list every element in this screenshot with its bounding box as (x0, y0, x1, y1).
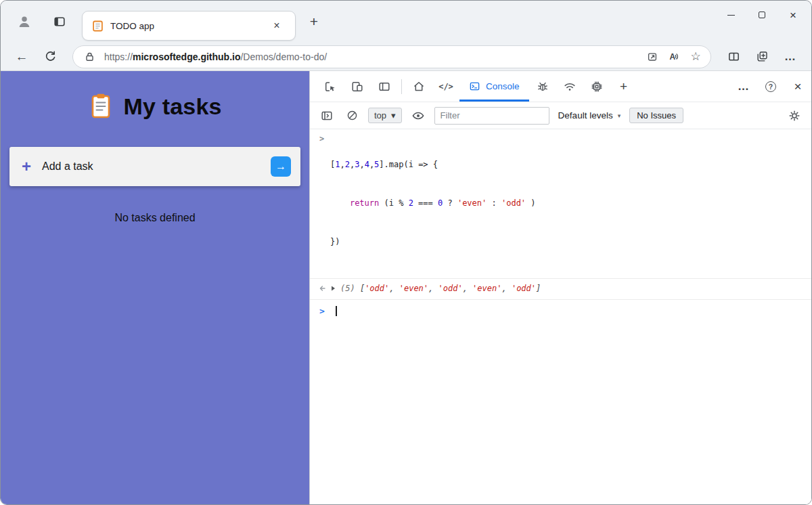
issues-counter-button[interactable]: No Issues (629, 108, 683, 123)
read-aloud-button[interactable]: A (663, 47, 685, 66)
clipboard-icon (88, 93, 114, 120)
live-expression-button[interactable] (409, 107, 427, 125)
prompt-chevron-icon: > (319, 305, 330, 317)
more-icon: … (784, 50, 796, 64)
url-path: /Demos/demo-to-do/ (240, 51, 327, 62)
window-controls: × (715, 1, 809, 29)
devtools-panel: </> Console (309, 71, 811, 504)
console-toolbar: top ▾ Default levels ▾ No Issues (310, 102, 811, 129)
more-icon: … (738, 80, 750, 93)
url-scheme: https:// (104, 51, 133, 62)
log-levels-dropdown[interactable]: Default levels ▾ (557, 108, 623, 123)
devtools-settings-button[interactable] (786, 107, 803, 125)
text-cursor (336, 306, 337, 316)
inspect-element-button[interactable] (317, 71, 344, 102)
devtools-tabbar: </> Console (310, 71, 811, 102)
close-icon: × (794, 79, 801, 94)
split-screen-button[interactable] (719, 45, 748, 68)
add-tool-button[interactable]: + (610, 71, 637, 102)
tab-network[interactable] (556, 71, 583, 102)
add-task-submit-button[interactable]: → (271, 156, 291, 177)
chevron-down-icon: ▾ (391, 110, 396, 120)
command-chevron-icon: > (319, 133, 330, 146)
help-icon: ? (765, 81, 776, 92)
console-input-row[interactable]: > (310, 300, 811, 322)
code-line: }) (330, 236, 536, 248)
tab-debugger[interactable] (529, 71, 556, 102)
result-value: (5) ['odd', 'even', 'odd', 'even', 'odd'… (340, 282, 541, 295)
close-icon: × (790, 9, 796, 21)
close-window-button[interactable]: × (777, 1, 809, 29)
tab-strip: TODO app × + × (1, 1, 811, 43)
tab-welcome[interactable] (405, 71, 432, 102)
code-line: return (i % 2 === 0 ? 'even' : 'odd' ) (330, 197, 536, 210)
clear-circle-slash-icon (346, 109, 359, 122)
add-task-label[interactable]: Add a task (42, 160, 260, 173)
device-emulation-icon (351, 80, 364, 93)
gear-icon (788, 109, 801, 123)
console-result-entry[interactable]: (5) ['odd', 'even', 'odd', 'even', 'odd'… (310, 279, 811, 300)
console-log-area[interactable]: > [1,2,3,4,5].map(i => { return (i % 2 =… (310, 129, 811, 504)
maximize-button[interactable] (746, 1, 777, 29)
chevron-down-icon: ▾ (618, 112, 621, 119)
split-screen-icon (727, 50, 740, 63)
expand-triangle-icon[interactable] (330, 285, 336, 292)
return-value-arrow-icon (318, 284, 326, 292)
workspaces-icon (53, 15, 66, 28)
browser-menu-button[interactable]: … (776, 45, 805, 68)
minimize-button[interactable] (715, 1, 746, 29)
console-sidebar-toggle[interactable] (318, 107, 336, 125)
open-in-app-icon (646, 51, 658, 63)
page-content: My tasks + Add a task → No tasks defined (1, 71, 811, 504)
url-host: microsoftedge.github.io (133, 51, 240, 62)
profile-avatar[interactable] (13, 10, 36, 33)
context-selector-dropdown[interactable]: top ▾ (368, 108, 402, 123)
clear-console-button[interactable] (343, 107, 361, 125)
workspaces-button[interactable] (48, 10, 71, 33)
favorites-button[interactable]: ☆ (685, 47, 706, 66)
new-tab-button[interactable]: + (302, 10, 325, 33)
address-bar[interactable]: https://microsoftedge.github.io/Demos/de… (72, 45, 711, 68)
console-command-entry[interactable]: > [1,2,3,4,5].map(i => { return (i % 2 =… (310, 129, 811, 279)
back-button[interactable]: ← (7, 45, 36, 68)
console-tab-label: Console (486, 81, 520, 91)
plus-icon: + (310, 14, 318, 30)
open-in-app-button[interactable] (641, 47, 663, 66)
bug-icon (536, 80, 549, 93)
home-icon (412, 80, 426, 93)
collections-icon (756, 50, 769, 63)
tab-memory[interactable] (583, 71, 610, 102)
browser-tab[interactable]: TODO app × (82, 11, 296, 41)
star-icon: ☆ (690, 49, 700, 64)
add-task-field[interactable]: + Add a task → (9, 147, 300, 186)
tab-elements[interactable]: </> (432, 71, 459, 102)
url-text[interactable]: https://microsoftedge.github.io/Demos/de… (104, 51, 641, 62)
person-icon (17, 14, 32, 29)
site-info-button[interactable] (80, 47, 99, 66)
wifi-icon (563, 80, 577, 93)
refresh-icon (44, 50, 57, 63)
elements-icon: </> (438, 82, 453, 91)
arrow-right-icon: → (275, 161, 286, 172)
devtools-more-button[interactable]: … (730, 71, 757, 102)
devtools-help-button[interactable]: ? (757, 71, 784, 102)
refresh-button[interactable] (36, 45, 64, 68)
device-emulation-button[interactable] (344, 71, 371, 102)
add-plus-icon: + (22, 158, 31, 175)
tab-console[interactable]: Console (459, 71, 529, 102)
back-arrow-icon: ← (16, 49, 28, 64)
page-title: My tasks (123, 93, 221, 120)
tab-title: TODO app (110, 21, 265, 31)
app-header: My tasks (1, 90, 309, 123)
panel-layout-button[interactable] (371, 71, 398, 102)
devtools-close-button[interactable]: × (784, 71, 811, 102)
todo-app-panel: My tasks + Add a task → No tasks defined (1, 71, 309, 504)
console-filter-input[interactable] (434, 107, 549, 125)
collections-button[interactable] (748, 45, 776, 68)
issues-label: No Issues (637, 110, 676, 120)
tabbar-separator (401, 79, 402, 94)
log-levels-label: Default levels (558, 110, 613, 120)
lock-icon (84, 51, 95, 62)
tab-close-button[interactable]: × (265, 14, 288, 37)
panel-layout-icon (378, 80, 391, 93)
